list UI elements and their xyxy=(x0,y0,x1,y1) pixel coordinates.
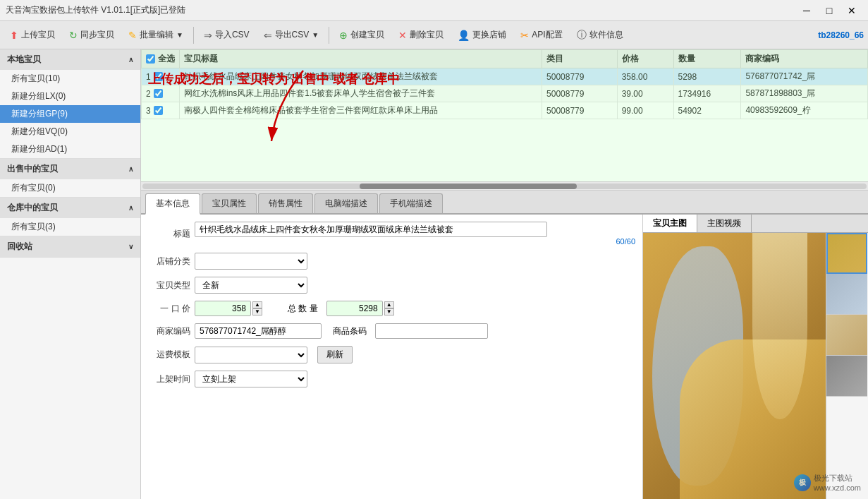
select-all-checkbox[interactable] xyxy=(146,54,155,64)
row-num: 3 xyxy=(142,102,180,119)
image-tab-bar: 宝贝主图 主图视频 xyxy=(643,215,868,233)
table-wrapper[interactable]: 全选 宝贝标题 类目 价格 数量 商家编码 xyxy=(141,49,868,119)
sidebar-item-vq[interactable]: 新建分组VQ(0) xyxy=(0,123,140,140)
tab-item-attrs[interactable]: 宝贝属性 xyxy=(202,193,257,213)
sidebar-item-lx[interactable]: 新建分组LX(0) xyxy=(0,88,140,105)
price-spinner[interactable]: ▲ ▼ xyxy=(252,301,262,315)
sidebar-item-ad[interactable]: 新建分组AD(1) xyxy=(0,140,140,158)
sidebar-header-local[interactable]: 本地宝贝 ∧ xyxy=(0,49,140,70)
sidebar-header-recycle[interactable]: 回收站 ∨ xyxy=(0,236,140,257)
tab-sale-attrs[interactable]: 销售属性 xyxy=(258,193,313,213)
chevron-warehouse: ∧ xyxy=(128,204,133,212)
info-icon: ⓘ xyxy=(577,29,587,42)
details-image-panel: 宝贝主图 主图视频 xyxy=(642,215,868,499)
barcode-input[interactable] xyxy=(375,323,488,339)
list-time-select[interactable]: 立刻上架 xyxy=(195,371,307,387)
batch-edit-btn[interactable]: ✎ 批量编辑 ▼ xyxy=(123,26,189,44)
sidebar-item-all-onsale[interactable]: 所有宝贝(0) xyxy=(0,179,140,197)
thumbnail-4[interactable] xyxy=(826,356,867,397)
tab-mobile-desc[interactable]: 手机端描述 xyxy=(379,193,443,213)
sidebar-section-local: 本地宝贝 ∧ 所有宝贝(10) 新建分组LX(0) 新建分组GP(9) 新建分组… xyxy=(0,49,140,159)
export-csv-btn[interactable]: ⇐ 导出CSV ▼ xyxy=(258,26,325,44)
details-form: 标题 60/60 店铺分类 xyxy=(141,215,642,499)
row-title-2: 网红水洗棉ins风床上用品四件套1.5被套床单人学生宿舍被子三件套 xyxy=(180,85,542,102)
row-code-1: 576877071742_屌 xyxy=(741,68,868,85)
sidebar-item-gp[interactable]: 新建分组GP(9) xyxy=(0,105,140,123)
divider-1 xyxy=(193,27,194,44)
thumbnail-1[interactable] xyxy=(826,233,867,274)
toolbar: ⬆ 上传宝贝 ↻ 同步宝贝 ✎ 批量编辑 ▼ ⇒ 导入CSV ⇐ 导出CSV ▼… xyxy=(0,21,868,49)
table-row[interactable]: 1 针织毛线水晶绒床上四件套女秋冬加厚珊瑚绒双面绒床单法兰绒被套 5000877… xyxy=(142,68,868,85)
table-hscrollbar[interactable] xyxy=(141,181,868,190)
item-type-select[interactable]: 全新 xyxy=(195,277,307,294)
shipping-label: 运费模板 xyxy=(148,349,190,361)
sidebar-section-onsale: 出售中的宝贝 ∧ 所有宝贝(0) xyxy=(0,159,140,198)
delete-icon: ✕ xyxy=(398,30,407,41)
tab-basic-info[interactable]: 基本信息 xyxy=(145,193,200,215)
refresh-btn[interactable]: 刷新 xyxy=(317,346,353,363)
title-input[interactable] xyxy=(195,222,547,237)
qty-spin-up[interactable]: ▲ xyxy=(384,301,394,308)
change-shop-btn[interactable]: 👤 更换店铺 xyxy=(452,26,512,44)
minimize-button[interactable]: ─ xyxy=(796,4,817,18)
price-spin-up[interactable]: ▲ xyxy=(252,301,262,308)
row-checkbox-1[interactable] xyxy=(154,72,163,81)
table-row[interactable]: 3 南极人四件套全棉纯棉床品被套学生宿舍三件套网红款床单床上用品 5000877… xyxy=(142,102,868,119)
th-code: 商家编码 xyxy=(741,50,868,68)
shipping-select[interactable] xyxy=(195,347,307,363)
tab-pc-desc[interactable]: 电脑端描述 xyxy=(314,193,378,213)
img-tab-video[interactable]: 主图视频 xyxy=(697,215,752,232)
sidebar-section-warehouse: 仓库中的宝贝 ∧ 所有宝贝(3) xyxy=(0,198,140,236)
maximize-button[interactable]: □ xyxy=(819,4,840,18)
shop-category-row: 店铺分类 xyxy=(148,253,635,270)
row-num: 1 xyxy=(142,68,180,85)
qty-spin-down[interactable]: ▼ xyxy=(384,308,394,315)
import-csv-btn[interactable]: ⇒ 导入CSV xyxy=(198,26,255,44)
sidebar-item-all-local[interactable]: 所有宝贝(10) xyxy=(0,70,140,88)
api-config-btn[interactable]: ✂ API配置 xyxy=(515,26,568,44)
list-time-row: 上架时间 立刻上架 xyxy=(148,371,635,387)
upload-icon: ⬆ xyxy=(10,30,18,41)
row-cat-2: 50008779 xyxy=(542,85,618,102)
main-container: 本地宝贝 ∧ 所有宝贝(10) 新建分组LX(0) 新建分组GP(9) 新建分组… xyxy=(0,49,868,499)
thumbnail-2[interactable] xyxy=(826,274,867,315)
upload-btn[interactable]: ⬆ 上传宝贝 xyxy=(4,26,61,44)
delete-btn[interactable]: ✕ 删除宝贝 xyxy=(393,26,449,44)
row-title-3: 南极人四件套全棉纯棉床品被套学生宿舍三件套网红款床单床上用品 xyxy=(180,102,542,119)
shop-category-select[interactable] xyxy=(195,253,307,270)
qty-spinner[interactable]: ▲ ▼ xyxy=(384,301,394,315)
sidebar-header-warehouse[interactable]: 仓库中的宝贝 ∧ xyxy=(0,198,140,218)
img-tab-main[interactable]: 宝贝主图 xyxy=(643,215,697,232)
close-button[interactable]: ✕ xyxy=(841,4,862,18)
software-info-btn[interactable]: ⓘ 软件信息 xyxy=(571,26,629,44)
title-bar: 天音淘宝数据包上传软件 V1.01.1[正式版]已登陆 ─ □ ✕ xyxy=(0,0,868,21)
qty-input[interactable] xyxy=(326,301,383,316)
scrollbar-track xyxy=(142,184,867,189)
row-checkbox-3[interactable] xyxy=(154,106,163,115)
table-row[interactable]: 2 网红水洗棉ins风床上用品四件套1.5被套床单人学生宿舍被子三件套 5000… xyxy=(142,85,868,102)
row-price-2: 39.00 xyxy=(617,85,673,102)
thumbnail-3[interactable] xyxy=(826,315,867,356)
row-title-1: 针织毛线水晶绒床上四件套女秋冬加厚珊瑚绒双面绒床单法兰绒被套 xyxy=(180,68,542,85)
row-num: 2 xyxy=(142,85,180,102)
code-input[interactable] xyxy=(195,323,322,339)
price-spin-down[interactable]: ▼ xyxy=(252,308,262,315)
row-checkbox-2[interactable] xyxy=(154,89,163,98)
shipping-row: 运费模板 刷新 xyxy=(148,346,635,363)
price-input[interactable] xyxy=(195,301,251,316)
item-type-label: 宝贝类型 xyxy=(148,279,190,291)
barcode-label: 商品条码 xyxy=(333,325,367,337)
content-area: 全选 宝贝标题 类目 价格 数量 商家编码 xyxy=(141,49,868,499)
sidebar-item-all-warehouse[interactable]: 所有宝贝(3) xyxy=(0,218,140,236)
sidebar-header-onsale[interactable]: 出售中的宝贝 ∧ xyxy=(0,159,140,179)
export-icon: ⇐ xyxy=(264,30,272,41)
row-qty-3: 54902 xyxy=(673,102,741,119)
sync-btn[interactable]: ↻ 同步宝贝 xyxy=(63,26,120,44)
create-btn[interactable]: ⊕ 创建宝贝 xyxy=(334,26,390,44)
row-cat-1: 50008779 xyxy=(542,68,618,85)
import-icon: ⇒ xyxy=(204,30,212,41)
sidebar: 本地宝贝 ∧ 所有宝贝(10) 新建分组LX(0) 新建分组GP(9) 新建分组… xyxy=(0,49,141,499)
th-select: 全选 xyxy=(142,50,180,68)
th-category: 类目 xyxy=(542,50,618,68)
th-price: 价格 xyxy=(617,50,673,68)
